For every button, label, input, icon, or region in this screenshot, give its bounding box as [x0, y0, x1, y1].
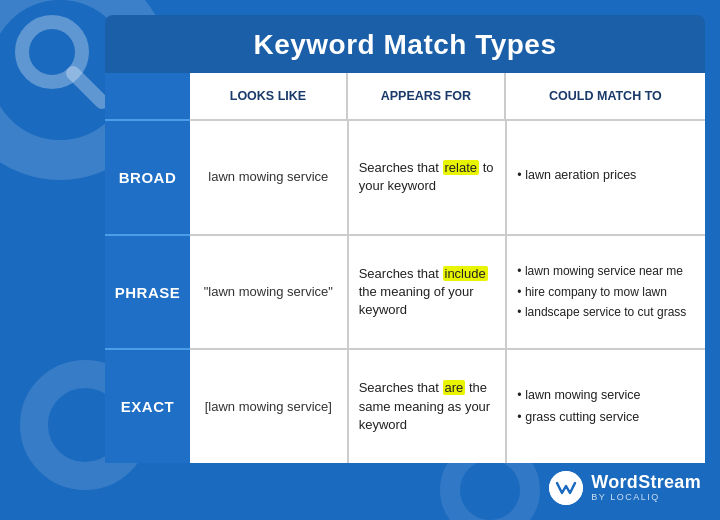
row-label-broad: BROAD — [105, 121, 190, 236]
header-title: Keyword Match Types — [253, 29, 556, 60]
col-header-appears: APPEARS FOR — [348, 73, 506, 119]
broad-appears: Searches that relate to your keyword — [349, 121, 508, 234]
footer: WordStream BY LOCALIQ — [105, 463, 705, 505]
exact-looks: [lawn mowing service] — [190, 350, 349, 463]
broad-looks: lawn mowing service — [190, 121, 349, 234]
header: Keyword Match Types — [105, 15, 705, 73]
exact-appears: Searches that are the same meaning as yo… — [349, 350, 508, 463]
phrase-looks: "lawn mowing service" — [190, 236, 349, 349]
col-headers: LOOKS LIKE APPEARS FOR COULD MATCH TO — [190, 73, 705, 121]
row-label-phrase: PHRASE — [105, 236, 190, 351]
phrase-appears: Searches that include the meaning of you… — [349, 236, 508, 349]
row-labels-col: BROAD PHRASE EXACT — [105, 73, 190, 463]
exact-match: • lawn mowing service • grass cutting se… — [507, 350, 705, 463]
phrase-highlight: include — [443, 266, 488, 281]
table-row-phrase: "lawn mowing service" Searches that incl… — [190, 236, 705, 351]
svg-line-1 — [73, 73, 102, 102]
magnifier-icon — [10, 10, 120, 120]
col-header-match: COULD MATCH TO — [506, 73, 705, 119]
brand-logo — [549, 471, 583, 505]
brand-text: WordStream BY LOCALIQ — [591, 473, 701, 503]
broad-match: • lawn aeration prices — [507, 121, 705, 234]
background: Keyword Match Types BROAD PHRASE EXACT — [0, 0, 720, 520]
phrase-match: • lawn mowing service near me • hire com… — [507, 236, 705, 349]
brand: WordStream BY LOCALIQ — [549, 471, 701, 505]
row-label-exact: EXACT — [105, 350, 190, 463]
brand-name: WordStream — [591, 473, 701, 493]
broad-highlight: relate — [443, 160, 480, 175]
brand-sub: BY LOCALIQ — [591, 493, 701, 503]
exact-highlight: are — [443, 380, 466, 395]
table-row-exact: [lawn mowing service] Searches that are … — [190, 350, 705, 463]
table-row-broad: lawn mowing service Searches that relate… — [190, 121, 705, 236]
col-header-looks: LOOKS LIKE — [190, 73, 348, 119]
